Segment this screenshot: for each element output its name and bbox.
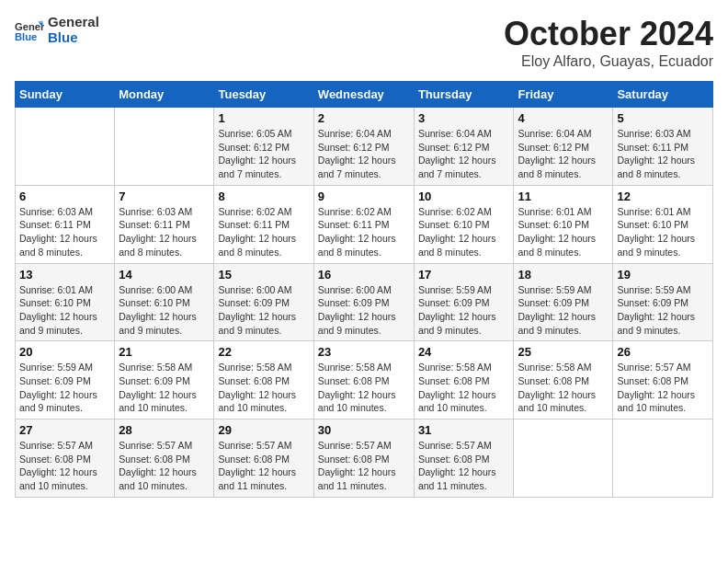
day-info: Sunrise: 5:58 AM Sunset: 6:08 PM Dayligh… — [418, 361, 510, 415]
calendar-cell: 22Sunrise: 5:58 AM Sunset: 6:08 PM Dayli… — [214, 341, 313, 419]
day-info: Sunrise: 6:03 AM Sunset: 6:11 PM Dayligh… — [19, 205, 110, 259]
calendar-week-row: 13Sunrise: 6:01 AM Sunset: 6:10 PM Dayli… — [16, 263, 713, 341]
day-info: Sunrise: 6:02 AM Sunset: 6:10 PM Dayligh… — [418, 205, 510, 259]
day-info: Sunrise: 6:01 AM Sunset: 6:10 PM Dayligh… — [518, 205, 609, 259]
day-info: Sunrise: 6:04 AM Sunset: 6:12 PM Dayligh… — [418, 127, 510, 181]
calendar-header-thursday: Thursday — [414, 82, 514, 108]
day-info: Sunrise: 6:01 AM Sunset: 6:10 PM Dayligh… — [617, 205, 709, 259]
calendar-table: SundayMondayTuesdayWednesdayThursdayFrid… — [15, 81, 713, 498]
calendar-cell: 8Sunrise: 6:02 AM Sunset: 6:11 PM Daylig… — [214, 185, 313, 263]
calendar-cell: 30Sunrise: 5:57 AM Sunset: 6:08 PM Dayli… — [313, 419, 414, 498]
calendar-cell: 13Sunrise: 6:01 AM Sunset: 6:10 PM Dayli… — [16, 263, 115, 341]
calendar-cell: 7Sunrise: 6:03 AM Sunset: 6:11 PM Daylig… — [115, 185, 214, 263]
day-number: 26 — [617, 345, 709, 359]
calendar-header-monday: Monday — [115, 82, 214, 108]
day-number: 29 — [218, 423, 309, 437]
day-number: 27 — [19, 423, 110, 437]
day-info: Sunrise: 5:58 AM Sunset: 6:08 PM Dayligh… — [518, 361, 609, 415]
calendar-cell: 4Sunrise: 6:04 AM Sunset: 6:12 PM Daylig… — [514, 108, 613, 186]
day-number: 8 — [218, 190, 309, 203]
calendar-cell: 23Sunrise: 5:58 AM Sunset: 6:08 PM Dayli… — [313, 341, 414, 419]
day-info: Sunrise: 6:04 AM Sunset: 6:12 PM Dayligh… — [518, 127, 609, 181]
day-info: Sunrise: 6:00 AM Sunset: 6:09 PM Dayligh… — [318, 283, 410, 338]
day-number: 28 — [119, 423, 210, 437]
calendar-cell: 2Sunrise: 6:04 AM Sunset: 6:12 PM Daylig… — [313, 108, 414, 186]
calendar-cell: 28Sunrise: 5:57 AM Sunset: 6:08 PM Dayli… — [115, 419, 214, 498]
calendar-cell: 25Sunrise: 5:58 AM Sunset: 6:08 PM Dayli… — [514, 341, 613, 419]
day-number: 21 — [119, 345, 210, 359]
day-number: 30 — [318, 423, 410, 437]
day-number: 3 — [418, 111, 510, 125]
calendar-cell: 12Sunrise: 6:01 AM Sunset: 6:10 PM Dayli… — [613, 185, 713, 263]
day-info: Sunrise: 6:01 AM Sunset: 6:10 PM Dayligh… — [19, 283, 110, 338]
calendar-cell: 20Sunrise: 5:59 AM Sunset: 6:09 PM Dayli… — [16, 341, 115, 419]
calendar-cell: 5Sunrise: 6:03 AM Sunset: 6:11 PM Daylig… — [613, 108, 713, 186]
day-info: Sunrise: 5:57 AM Sunset: 6:08 PM Dayligh… — [119, 439, 210, 493]
svg-text:Blue: Blue — [15, 31, 37, 42]
day-number: 1 — [218, 111, 309, 125]
calendar-cell: 19Sunrise: 5:59 AM Sunset: 6:09 PM Dayli… — [613, 263, 713, 341]
day-number: 20 — [19, 345, 110, 359]
day-info: Sunrise: 5:58 AM Sunset: 6:08 PM Dayligh… — [218, 361, 309, 415]
day-number: 10 — [418, 190, 510, 203]
calendar-cell: 11Sunrise: 6:01 AM Sunset: 6:10 PM Dayli… — [514, 185, 613, 263]
calendar-week-row: 20Sunrise: 5:59 AM Sunset: 6:09 PM Dayli… — [16, 341, 713, 419]
day-number: 17 — [418, 268, 510, 282]
logo-icon: General Blue — [15, 16, 44, 45]
calendar-cell: 24Sunrise: 5:58 AM Sunset: 6:08 PM Dayli… — [414, 341, 514, 419]
day-info: Sunrise: 6:00 AM Sunset: 6:09 PM Dayligh… — [218, 283, 309, 338]
day-number: 22 — [218, 345, 309, 359]
day-number: 9 — [318, 190, 410, 203]
calendar-header-wednesday: Wednesday — [313, 82, 414, 108]
calendar-header-sunday: Sunday — [16, 82, 115, 108]
day-info: Sunrise: 5:59 AM Sunset: 6:09 PM Dayligh… — [418, 283, 510, 338]
day-info: Sunrise: 5:57 AM Sunset: 6:08 PM Dayligh… — [318, 439, 410, 493]
day-number: 14 — [119, 268, 210, 282]
day-number: 18 — [518, 268, 609, 282]
calendar-cell: 1Sunrise: 6:05 AM Sunset: 6:12 PM Daylig… — [214, 108, 313, 186]
day-number: 16 — [318, 268, 410, 282]
month-year-title: October 2024 — [504, 15, 713, 53]
day-info: Sunrise: 5:57 AM Sunset: 6:08 PM Dayligh… — [617, 361, 709, 415]
day-info: Sunrise: 5:58 AM Sunset: 6:08 PM Dayligh… — [318, 361, 410, 415]
day-info: Sunrise: 6:03 AM Sunset: 6:11 PM Dayligh… — [617, 127, 709, 181]
calendar-week-row: 27Sunrise: 5:57 AM Sunset: 6:08 PM Dayli… — [16, 419, 713, 498]
day-number: 31 — [418, 423, 510, 437]
calendar-cell: 14Sunrise: 6:00 AM Sunset: 6:10 PM Dayli… — [115, 263, 214, 341]
day-number: 25 — [518, 345, 609, 359]
calendar-cell: 16Sunrise: 6:00 AM Sunset: 6:09 PM Dayli… — [313, 263, 414, 341]
calendar-cell: 17Sunrise: 5:59 AM Sunset: 6:09 PM Dayli… — [414, 263, 514, 341]
day-number: 12 — [617, 190, 709, 203]
calendar-header-row: SundayMondayTuesdayWednesdayThursdayFrid… — [16, 82, 713, 108]
calendar-cell: 6Sunrise: 6:03 AM Sunset: 6:11 PM Daylig… — [16, 185, 115, 263]
day-info: Sunrise: 5:59 AM Sunset: 6:09 PM Dayligh… — [518, 283, 609, 338]
day-number: 5 — [617, 111, 709, 125]
calendar-header-friday: Friday — [514, 82, 613, 108]
day-info: Sunrise: 6:00 AM Sunset: 6:10 PM Dayligh… — [119, 283, 210, 338]
calendar-week-row: 1Sunrise: 6:05 AM Sunset: 6:12 PM Daylig… — [16, 108, 713, 186]
day-info: Sunrise: 5:58 AM Sunset: 6:09 PM Dayligh… — [119, 361, 210, 415]
day-info: Sunrise: 6:02 AM Sunset: 6:11 PM Dayligh… — [318, 205, 410, 259]
calendar-cell — [115, 108, 214, 186]
day-info: Sunrise: 5:59 AM Sunset: 6:09 PM Dayligh… — [19, 361, 110, 415]
day-number: 24 — [418, 345, 510, 359]
calendar-cell: 9Sunrise: 6:02 AM Sunset: 6:11 PM Daylig… — [313, 185, 414, 263]
day-info: Sunrise: 5:57 AM Sunset: 6:08 PM Dayligh… — [418, 439, 510, 493]
location-subtitle: Eloy Alfaro, Guayas, Ecuador — [504, 53, 713, 70]
calendar-cell: 31Sunrise: 5:57 AM Sunset: 6:08 PM Dayli… — [414, 419, 514, 498]
day-info: Sunrise: 5:57 AM Sunset: 6:08 PM Dayligh… — [218, 439, 309, 493]
day-info: Sunrise: 6:04 AM Sunset: 6:12 PM Dayligh… — [318, 127, 410, 181]
calendar-cell: 18Sunrise: 5:59 AM Sunset: 6:09 PM Dayli… — [514, 263, 613, 341]
day-number: 11 — [518, 190, 609, 203]
calendar-cell: 27Sunrise: 5:57 AM Sunset: 6:08 PM Dayli… — [16, 419, 115, 498]
logo: General Blue General Blue — [15, 15, 99, 45]
calendar-cell: 29Sunrise: 5:57 AM Sunset: 6:08 PM Dayli… — [214, 419, 313, 498]
calendar-week-row: 6Sunrise: 6:03 AM Sunset: 6:11 PM Daylig… — [16, 185, 713, 263]
day-number: 13 — [19, 268, 110, 282]
logo-general: General — [48, 14, 99, 29]
day-info: Sunrise: 5:59 AM Sunset: 6:09 PM Dayligh… — [617, 283, 709, 338]
calendar-header-tuesday: Tuesday — [214, 82, 313, 108]
logo-blue: Blue — [48, 30, 99, 46]
day-number: 4 — [518, 111, 609, 125]
day-info: Sunrise: 6:03 AM Sunset: 6:11 PM Dayligh… — [119, 205, 210, 259]
